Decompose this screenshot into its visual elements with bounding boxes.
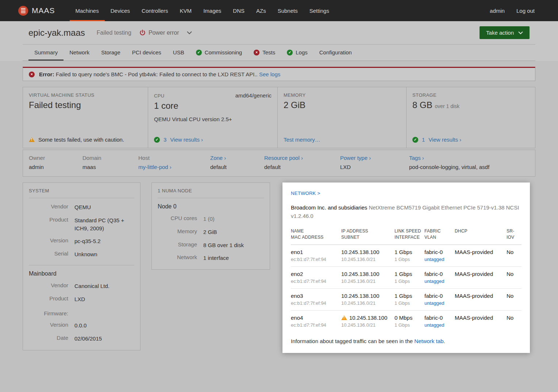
tags-link[interactable]: Tags › bbox=[409, 155, 424, 161]
interface-row-eno4: eno4ec:b1:d7:7f:ef:94 10.245.138.10010.2… bbox=[291, 310, 522, 332]
top-navigation: MAAS Machines Devices Controllers KVM Im… bbox=[0, 0, 558, 21]
chevron-down-icon bbox=[518, 31, 523, 34]
take-action-button[interactable]: Take action bbox=[480, 26, 530, 39]
warning-icon bbox=[341, 315, 347, 320]
iface-speed: 0 Mbps bbox=[395, 315, 423, 321]
domain-value: maas bbox=[82, 164, 138, 170]
nav-item-dns[interactable]: DNS bbox=[227, 0, 250, 21]
system-serial-label: Serial bbox=[29, 250, 68, 258]
machine-meta-strip: Owner admin Domain maas Host my-little-p… bbox=[23, 150, 535, 177]
iface-mac: ec:b1:d7:7f:ef:94 bbox=[291, 278, 340, 284]
iface-mac: ec:b1:d7:7f:ef:94 bbox=[291, 300, 340, 306]
col-fabric-vlan: FABRICVLAN bbox=[424, 228, 455, 245]
vm-status-value: Failed testing bbox=[29, 100, 142, 110]
tab-storage[interactable]: Storage bbox=[95, 45, 126, 61]
error-prefix: Error: bbox=[39, 71, 54, 77]
nav-item-admin[interactable]: admin bbox=[484, 0, 511, 21]
error-icon: × bbox=[29, 72, 35, 77]
page-title: epic-yak.maas bbox=[28, 28, 85, 38]
resource-pool-link[interactable]: Resource pool › bbox=[264, 155, 303, 161]
nav-item-machines[interactable]: Machines bbox=[70, 0, 105, 21]
storage-card: STORAGE 8 GB over 1 disk ✓ 1 View result… bbox=[407, 87, 535, 148]
network-section-link[interactable]: NETWORK > bbox=[291, 191, 320, 196]
see-logs-link[interactable]: See logs bbox=[259, 71, 280, 77]
vlan-link[interactable]: untagged bbox=[424, 257, 444, 262]
tab-configuration[interactable]: Configuration bbox=[313, 45, 358, 61]
iface-dhcp: MAAS-provided bbox=[455, 249, 505, 255]
zone-link[interactable]: Zone › bbox=[210, 155, 226, 161]
nav-item-azs[interactable]: AZs bbox=[250, 0, 272, 21]
iface-ip: 10.245.138.100 bbox=[341, 271, 393, 277]
meta-tags: Tags › pod-console-logging, virtual, asd… bbox=[409, 155, 529, 170]
iface-fabric: fabric-0 bbox=[424, 293, 453, 299]
iface-speed: 1 Gbps bbox=[395, 271, 423, 277]
iface-sriov: No bbox=[507, 271, 520, 277]
tab-summary[interactable]: Summary bbox=[28, 45, 64, 61]
tab-logs[interactable]: ✓ Logs bbox=[281, 45, 313, 61]
nic-vendor: Broadcom Inc. and subsidiaries bbox=[291, 204, 367, 211]
numa-network-label: Network bbox=[158, 254, 197, 262]
storage-size: 8 GB bbox=[412, 100, 432, 110]
col-ip-subnet: IP ADDRESSSUBNET bbox=[341, 228, 395, 245]
col-dhcp: DHCP bbox=[455, 228, 507, 245]
memory-label: MEMORY bbox=[284, 92, 400, 98]
cpu-test-count: 3 bbox=[163, 137, 166, 143]
maas-brand[interactable]: MAAS bbox=[18, 0, 55, 21]
system-version-value: pc-q35-5.2 bbox=[74, 237, 134, 245]
power-type-link[interactable]: Power type › bbox=[340, 155, 371, 161]
host-link[interactable]: my-little-pod › bbox=[138, 164, 172, 170]
domain-label: Domain bbox=[82, 155, 138, 161]
iface-name: eno3 bbox=[291, 293, 340, 299]
success-icon: ✓ bbox=[196, 50, 202, 55]
cpu-model: QEMU Virtual CPU version 2.5+ bbox=[154, 116, 272, 122]
tab-usb[interactable]: USB bbox=[167, 45, 190, 61]
storage-label: STORAGE bbox=[412, 92, 529, 98]
nav-item-kvm[interactable]: KVM bbox=[174, 0, 198, 21]
tab-pci-devices[interactable]: PCI devices bbox=[126, 45, 167, 61]
vlan-link[interactable]: untagged bbox=[424, 300, 444, 306]
firmware-version-value: 0.0.0 bbox=[74, 322, 134, 330]
system-card: SYSTEM Vendor QEMU Product Standard PC (… bbox=[23, 182, 141, 350]
firmware-version-label: Version bbox=[29, 322, 68, 330]
interface-row-eno3: eno3ec:b1:d7:7f:ef:94 10.245.138.10010.2… bbox=[291, 288, 522, 310]
meta-domain: Domain maas bbox=[82, 155, 138, 170]
iface-ip: 10.245.138.100 bbox=[349, 315, 387, 321]
tab-commissioning[interactable]: ✓ Commissioning bbox=[190, 45, 248, 61]
nav-item-devices[interactable]: Devices bbox=[105, 0, 136, 21]
test-memory-link[interactable]: Test memory… bbox=[284, 137, 320, 143]
iface-sriov: No bbox=[507, 249, 520, 255]
note-period: . bbox=[443, 338, 445, 344]
tab-network[interactable]: Network bbox=[64, 45, 95, 61]
numa-memory-value: 2 GiB bbox=[203, 228, 264, 236]
owner-label: Owner bbox=[29, 155, 82, 161]
iface-fabric: fabric-0 bbox=[424, 249, 453, 255]
machine-header: epic-yak.maas Failed testing Power error… bbox=[0, 21, 558, 61]
interfaces-table: NAMEMAC ADDRESS IP ADDRESSSUBNET LINK SP… bbox=[291, 228, 522, 332]
success-icon: ✓ bbox=[412, 137, 418, 143]
firmware-date-label: Date bbox=[29, 335, 68, 343]
iface-dhcp: MAAS-provided bbox=[455, 271, 505, 277]
numa-card: 1 NUMA NODE Node 0 CPU cores 1 (0) Memor… bbox=[151, 182, 270, 270]
numa-card-title: 1 NUMA NODE bbox=[158, 188, 264, 193]
power-status[interactable]: Power error bbox=[139, 30, 192, 36]
vlan-link[interactable]: untagged bbox=[424, 278, 444, 284]
tab-label: USB bbox=[173, 49, 184, 55]
iface-speed: 1 Gbps bbox=[395, 249, 423, 255]
storage-disk-note: over 1 disk bbox=[435, 103, 459, 109]
nav-item-settings[interactable]: Settings bbox=[304, 0, 335, 21]
network-card: NETWORK > Broadcom Inc. and subsidiaries… bbox=[282, 182, 530, 353]
network-tab-link[interactable]: Network tab bbox=[414, 338, 443, 344]
cpu-view-results-link[interactable]: View results › bbox=[170, 137, 203, 143]
storage-view-results-link[interactable]: View results › bbox=[428, 137, 461, 143]
vlan-link[interactable]: untagged bbox=[424, 322, 444, 328]
tab-tests[interactable]: × Tests bbox=[248, 45, 281, 61]
tab-label: Summary bbox=[34, 49, 58, 55]
nav-item-images[interactable]: Images bbox=[197, 0, 227, 21]
col-name-mac: NAMEMAC ADDRESS bbox=[291, 228, 341, 245]
nav-item-subnets[interactable]: Subnets bbox=[272, 0, 304, 21]
iface-ifspeed: 1 Gbps bbox=[395, 322, 423, 328]
iface-sriov: No bbox=[507, 293, 520, 299]
nav-item-logout[interactable]: Log out bbox=[511, 0, 540, 21]
nav-item-controllers[interactable]: Controllers bbox=[136, 0, 174, 21]
brand-name: MAAS bbox=[32, 6, 55, 15]
